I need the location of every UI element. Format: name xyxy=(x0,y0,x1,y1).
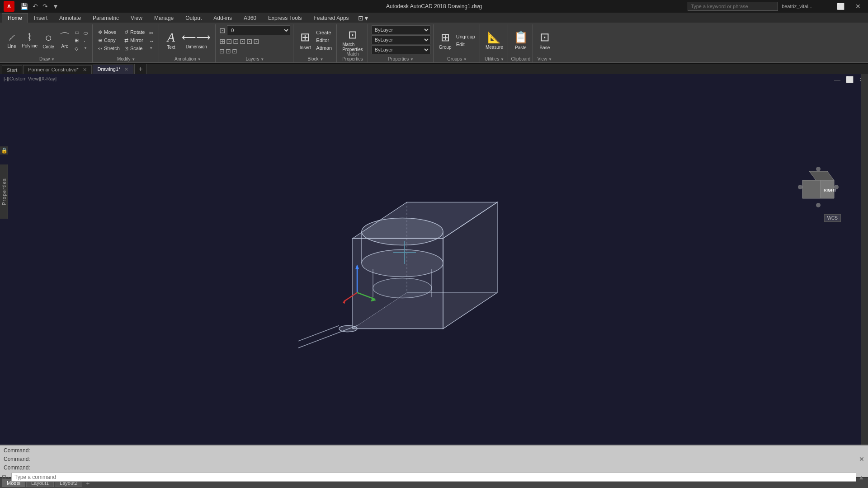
trim-btn[interactable]: ✂ xyxy=(147,29,156,37)
command-input[interactable] xyxy=(11,473,856,482)
rotate-btn[interactable]: ↺ Rotate xyxy=(123,28,146,36)
tab-express[interactable]: Express Tools xyxy=(262,13,307,23)
tab-pormenor-label: Pormenor Construtivo* xyxy=(28,67,78,72)
battman-btn[interactable]: Attman xyxy=(314,44,334,52)
tab-pormenor-close[interactable]: ✕ xyxy=(83,67,87,72)
tab-view[interactable]: View xyxy=(125,13,148,23)
groups-group-label: Groups ▼ xyxy=(434,56,480,61)
group-edit-btn[interactable]: Edit xyxy=(454,41,477,48)
layer-props1[interactable]: ⊡ xyxy=(219,47,225,55)
tab-a360[interactable]: A360 xyxy=(238,13,262,23)
group-button[interactable]: ⊞ Group xyxy=(437,30,453,51)
line-button[interactable]: ⟋ Line xyxy=(5,31,19,50)
svg-point-34 xyxy=(798,185,802,189)
copy-button[interactable]: ⊕ Copy xyxy=(96,37,122,44)
polyline-button[interactable]: ⌇ Polyline xyxy=(20,32,39,49)
utilities-items: 📐 Measure xyxy=(484,25,505,55)
command-line-1: Command: xyxy=(2,446,32,455)
tab-extra[interactable]: ⊡▼ xyxy=(355,13,373,23)
tab-pormenor[interactable]: Pormenor Construtivo* ✕ xyxy=(23,65,91,74)
lock-toggle[interactable]: 🔒 xyxy=(0,146,8,155)
color-select[interactable]: ByLayer xyxy=(372,25,430,34)
create-btn[interactable]: Create xyxy=(314,29,334,36)
tab-featured[interactable]: Featured Apps xyxy=(308,13,355,23)
stretch-button[interactable]: ⇔ Stretch xyxy=(96,45,122,52)
mirror-btn[interactable]: ⇄ Mirror xyxy=(123,37,146,44)
editor-btn[interactable]: Editor xyxy=(314,37,334,44)
close-btn[interactable]: ✕ xyxy=(852,3,864,10)
minimize-btn[interactable]: — xyxy=(816,3,830,10)
redo-btn[interactable]: ↷ xyxy=(41,3,49,10)
ungroup-btn[interactable]: Ungroup xyxy=(454,33,477,40)
group-label: Group xyxy=(439,45,452,50)
match-properties-button[interactable]: ⊡ MatchProperties xyxy=(340,28,365,53)
tab-annotate[interactable]: Annotate xyxy=(53,13,87,23)
tab-drawing1-close[interactable]: ✕ xyxy=(124,66,128,72)
draw-extra2: ⬭ · ▼ xyxy=(82,29,90,51)
region-btn[interactable]: ◇ xyxy=(73,45,81,52)
viewport-minimize[interactable]: — xyxy=(832,76,842,83)
ribbon-group-layers: ⊡ 0 ⊞ ⊡ ⊡ ⊡ ⊡ ⊡ ⊡ ⊡ ⊡ Layers ▼ xyxy=(217,24,293,62)
paste-button[interactable]: 📋 Paste xyxy=(512,29,530,51)
move-button[interactable]: ✥ Move xyxy=(96,28,122,36)
ribbon-group-draw: ⟋ Line ⌇ Polyline ○ Circle ⌒ Arc ▭ ⊞ xyxy=(2,24,93,62)
draw-more[interactable]: ▼ xyxy=(82,45,90,51)
tab-insert[interactable]: Insert xyxy=(28,13,53,23)
app-icon[interactable]: A xyxy=(4,1,14,12)
rectangle-btn[interactable]: ▭ xyxy=(73,28,81,36)
maximize-btn[interactable]: ⬜ xyxy=(833,3,848,10)
layer-tool6[interactable]: ⊡ xyxy=(253,37,259,46)
linetype-select[interactable]: ByLayer xyxy=(372,35,430,44)
circle-button[interactable]: ○ Circle xyxy=(40,31,57,50)
lineweight-select[interactable]: ByLayer xyxy=(372,45,430,54)
scale-btn[interactable]: ⊡ Scale xyxy=(123,45,146,52)
tab-start[interactable]: Start xyxy=(2,66,22,74)
modify-more[interactable]: ▼ xyxy=(147,45,156,51)
layer-select[interactable]: 0 xyxy=(227,25,290,35)
wcs-label[interactable]: WCS xyxy=(824,214,841,222)
insert-label: Insert xyxy=(300,45,311,50)
text-button[interactable]: A Text xyxy=(163,30,179,51)
command-area-close[interactable]: ✕ xyxy=(857,455,866,463)
quick-access-dropdown[interactable]: ▼ xyxy=(51,3,60,10)
viewport[interactable]: Properties 🔒 [-][Custom View][X-Ray] — ⬜… xyxy=(0,74,868,445)
layer-tool3[interactable]: ⊡ xyxy=(233,37,239,46)
measure-button[interactable]: 📐 Measure xyxy=(484,30,505,51)
view-items: ⊡ Base xyxy=(537,25,553,55)
insert-button[interactable]: ⊞ Insert xyxy=(297,29,313,51)
layer-tool2[interactable]: ⊡ xyxy=(226,37,232,46)
ellipse-btn[interactable]: ⬭ xyxy=(82,29,90,37)
layer-tool4[interactable]: ⊡ xyxy=(240,37,245,46)
tab-home[interactable]: Home xyxy=(2,13,28,23)
viewport-maximize[interactable]: ⬜ xyxy=(844,76,855,83)
tab-addins[interactable]: Add-ins xyxy=(208,13,238,23)
save-btn[interactable]: 💾 xyxy=(19,3,29,10)
base-button[interactable]: ⊡ Base xyxy=(537,29,553,51)
layer-props3[interactable]: ⊡ xyxy=(232,47,237,55)
layer-props2[interactable]: ⊡ xyxy=(226,47,231,55)
modify-col3: ✂ ↔ ▼ xyxy=(147,29,156,51)
arc-button[interactable]: ⌒ Arc xyxy=(57,31,72,50)
command-area: Command: Command: Command: ✕ ⊡~ ▲ xyxy=(0,445,868,477)
arc-label: Arc xyxy=(61,44,68,49)
help-search-input[interactable] xyxy=(688,2,778,11)
tab-new[interactable]: + xyxy=(134,64,146,74)
svg-marker-22 xyxy=(343,299,346,304)
tab-manage[interactable]: Manage xyxy=(148,13,179,23)
layer-tools: ⊞ ⊡ ⊡ ⊡ ⊡ ⊡ xyxy=(219,37,259,46)
navigation-cube[interactable]: RIGHT xyxy=(796,164,841,210)
extend-btn[interactable]: ↔ xyxy=(147,38,156,45)
cmd-scroll-up[interactable]: ▲ xyxy=(856,474,866,481)
point-btn[interactable]: · xyxy=(82,38,90,45)
tab-parametric[interactable]: Parametric xyxy=(87,13,125,23)
layer-tool5[interactable]: ⊡ xyxy=(246,37,252,46)
tab-output[interactable]: Output xyxy=(179,13,208,23)
copy-icon: ⊕ xyxy=(98,38,102,43)
svg-point-8 xyxy=(373,278,432,298)
tab-drawing1[interactable]: Drawing1* ✕ xyxy=(93,65,134,74)
dimension-button[interactable]: ⟵⟶ Dimension xyxy=(180,31,212,50)
hatch-btn[interactable]: ⊞ xyxy=(73,37,81,44)
layer-tool1[interactable]: ⊞ xyxy=(219,37,225,46)
viewport-scrollbar[interactable] xyxy=(861,74,868,445)
undo-btn[interactable]: ↶ xyxy=(31,3,39,10)
